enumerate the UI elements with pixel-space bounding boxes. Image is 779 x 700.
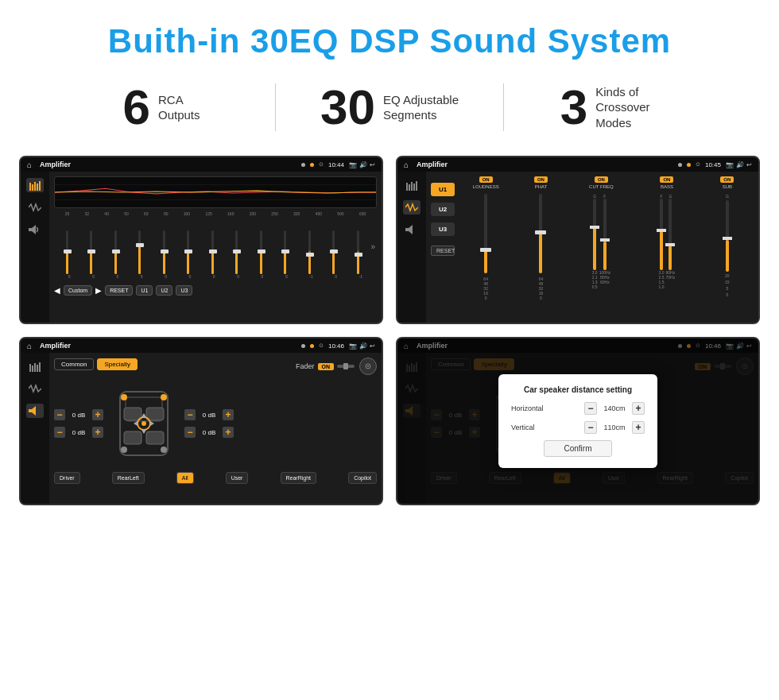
rear-left-plus[interactable]: +	[92, 427, 103, 438]
user-btn[interactable]: User	[226, 472, 249, 484]
xover-sidebar-speaker[interactable]	[403, 222, 421, 237]
cutfreq-f-slider[interactable]	[603, 199, 607, 270]
rear-right-btn[interactable]: RearRight	[281, 472, 317, 484]
loudness-on[interactable]: ON	[479, 176, 493, 183]
home-icon[interactable]: ⌂	[27, 160, 32, 169]
u1-btn[interactable]: U1	[431, 183, 455, 196]
fader-sidebar-wave[interactable]	[26, 381, 44, 396]
crossover-status-bar: ⌂ Amplifier ⊙ 10:45 📷 🔊 ↩	[397, 157, 758, 172]
confirm-button[interactable]: Confirm	[544, 440, 611, 457]
crossover-time: 10:45	[705, 161, 721, 168]
eq-next-btn[interactable]: ▶	[95, 286, 102, 295]
driver-btn[interactable]: Driver	[54, 472, 80, 484]
vertical-plus[interactable]: +	[632, 421, 645, 434]
svg-point-27	[367, 365, 369, 367]
cutfreq-g-slider[interactable]	[593, 199, 596, 270]
svg-rect-4	[39, 181, 41, 191]
phat-slider[interactable]	[539, 194, 542, 273]
eq-u2-btn[interactable]: U2	[156, 285, 172, 296]
fader-settings-btn[interactable]	[359, 358, 377, 375]
all-btn[interactable]: All	[176, 472, 194, 484]
svg-rect-15	[405, 228, 409, 231]
sub-on[interactable]: ON	[720, 176, 734, 183]
eq-u1-btn[interactable]: U1	[136, 285, 153, 296]
xover-dot-1	[678, 163, 682, 167]
eq-sidebar-wave[interactable]	[26, 200, 44, 215]
rear-left-btn[interactable]: RearLeft	[112, 472, 145, 484]
vertical-control: − 110cm +	[584, 421, 645, 434]
eq-slider-2	[104, 230, 127, 274]
copilot-btn[interactable]: Copilot	[348, 472, 377, 484]
eq-prev-btn[interactable]: ◀	[54, 286, 60, 295]
home-icon-2[interactable]: ⌂	[404, 160, 409, 169]
back-icon[interactable]: ↩	[370, 161, 375, 168]
phat-on[interactable]: ON	[534, 176, 548, 183]
fader-cam-icon: 📷	[349, 342, 357, 350]
fader-tab-specialty[interactable]: Specialty	[97, 358, 137, 370]
front-right-minus[interactable]: −	[184, 409, 196, 420]
eq-u3-btn[interactable]: U3	[176, 285, 192, 296]
camera-icon: 📷	[349, 161, 357, 168]
horizontal-minus[interactable]: −	[584, 402, 597, 415]
fader-slider-icon	[337, 361, 355, 372]
phat-control: ON PHAT 644832160	[514, 176, 567, 318]
sub-slider[interactable]	[726, 200, 729, 272]
rear-left-minus[interactable]: −	[54, 427, 65, 438]
eq-custom-btn[interactable]: Custom	[64, 285, 92, 296]
fader-dot-2	[310, 344, 314, 348]
stat-rca: 6 RCA Outputs	[48, 83, 275, 132]
svg-rect-18	[32, 365, 33, 372]
stat-rca-number: 6	[122, 83, 149, 132]
xover-sidebar-eq[interactable]	[403, 178, 421, 192]
fader-sidebar-speaker[interactable]	[26, 404, 44, 418]
eq-slider-10	[298, 230, 321, 274]
expand-icon[interactable]: »	[371, 242, 376, 251]
u3-btn[interactable]: U3	[431, 222, 455, 236]
eq-reset-btn[interactable]: RESET	[105, 285, 133, 296]
rear-right-minus[interactable]: −	[184, 427, 196, 438]
front-left-db: 0 dB	[68, 412, 90, 419]
eq-slider-3	[129, 230, 152, 274]
fader-sidebar	[21, 353, 49, 504]
xover-back-icon[interactable]: ↩	[746, 161, 752, 168]
fader-sidebar-eq[interactable]	[26, 359, 44, 373]
reset-btn[interactable]: RESET	[431, 246, 455, 256]
front-right-db: 0 dB	[198, 412, 220, 419]
svg-marker-6	[32, 225, 36, 234]
phat-label: PHAT	[535, 184, 548, 189]
eq-sidebar-speaker[interactable]	[26, 222, 44, 237]
svg-marker-36	[141, 413, 146, 417]
cutfreq-on[interactable]: ON	[595, 176, 608, 183]
svg-rect-0	[29, 183, 31, 191]
u2-btn[interactable]: U2	[431, 203, 455, 216]
bass-on[interactable]: ON	[660, 176, 673, 183]
rear-right-plus[interactable]: +	[223, 427, 234, 438]
car-diagram	[108, 380, 180, 467]
vertical-value: 110cm	[600, 423, 629, 431]
eq-slider-11	[323, 230, 346, 274]
svg-point-35	[141, 421, 146, 426]
horizontal-plus[interactable]: +	[632, 402, 645, 415]
horizontal-value: 140cm	[600, 404, 629, 412]
screenshot-crossover: ⌂ Amplifier ⊙ 10:45 📷 🔊 ↩	[396, 156, 760, 324]
loudness-slider[interactable]	[484, 194, 487, 273]
fader-tab-common[interactable]: Common	[54, 358, 94, 370]
screenshot-eq: ⌂ Amplifier ⊙ 10:44 📷 🔊 ↩	[19, 156, 383, 324]
front-left-minus[interactable]: −	[54, 409, 65, 420]
bass-g-slider[interactable]	[669, 199, 672, 270]
front-right-plus[interactable]: +	[223, 409, 234, 420]
xover-sidebar-wave[interactable]	[403, 200, 421, 215]
fader-on-toggle[interactable]: ON	[318, 363, 335, 370]
home-icon-3[interactable]: ⌂	[27, 342, 32, 350]
front-left-plus[interactable]: +	[92, 409, 103, 420]
rear-right-control: − 0 dB +	[184, 427, 234, 438]
fader-back-icon[interactable]: ↩	[370, 342, 375, 350]
bass-f-slider[interactable]	[660, 199, 663, 270]
svg-rect-17	[29, 364, 31, 372]
status-icons: 📷 🔊 ↩	[349, 161, 375, 168]
eq-sidebar-equalizer[interactable]	[26, 178, 44, 192]
vertical-minus[interactable]: −	[584, 421, 597, 434]
eq-title: Amplifier	[40, 160, 296, 168]
fader-content: Common Specialty Fader ON	[49, 353, 382, 504]
left-db-controls: − 0 dB + − 0 dB +	[54, 409, 103, 438]
